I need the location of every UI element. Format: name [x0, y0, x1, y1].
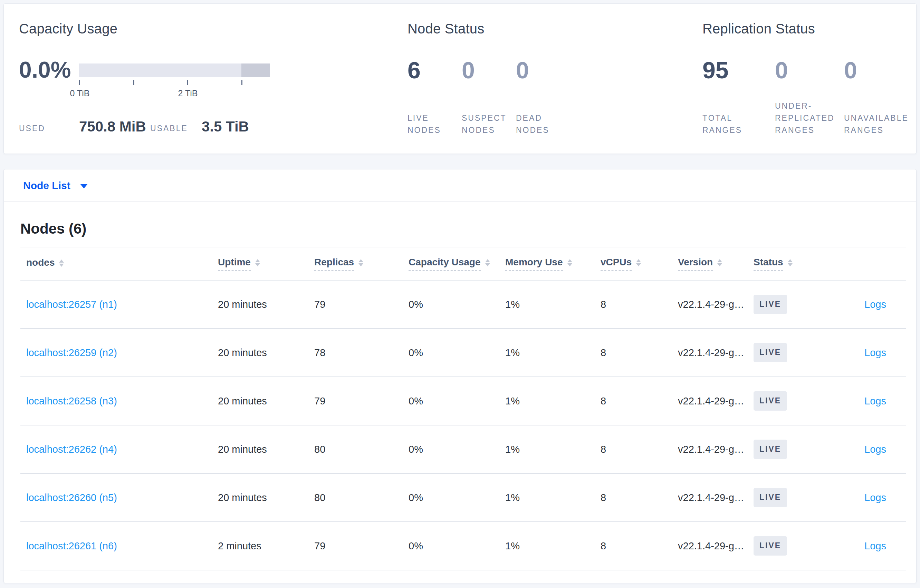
sort-icon — [567, 259, 572, 267]
capacity-cell: 0% — [408, 444, 505, 455]
version-cell: v22.1.4-29-g… — [678, 396, 753, 407]
memory-cell: 1% — [505, 347, 601, 359]
capacity-percent: 0.0% — [19, 58, 71, 81]
uptime-cell: 20 minutes — [218, 347, 314, 359]
node-link[interactable]: localhost:26262 (n4) — [26, 444, 117, 455]
capacity-usage-title: Capacity Usage — [19, 21, 117, 37]
capacity-cell: 0% — [408, 540, 505, 552]
capacity-usage-section: Capacity Usage 0.0% 0 TiB 2 TiB USED 750… — [19, 4, 399, 154]
replicas-cell: 80 — [314, 492, 408, 504]
vcpus-cell: 8 — [601, 492, 678, 504]
sort-icon — [636, 259, 641, 267]
used-value: 750.8 MiB — [79, 118, 146, 135]
live-nodes-count: 6 — [408, 57, 421, 83]
dead-nodes-count: 0 — [516, 57, 529, 83]
table-row: localhost:26258 (n3) 20 minutes 79 0% 1%… — [20, 377, 906, 425]
nodes-section-title: Nodes (6) — [20, 221, 86, 237]
table-row: localhost:26261 (n6) 2 minutes 79 0% 1% … — [20, 522, 906, 570]
version-cell: v22.1.4-29-g… — [678, 299, 753, 310]
col-header-version[interactable]: Version — [678, 257, 753, 271]
col-header-memory-use[interactable]: Memory Use — [505, 257, 601, 271]
total-ranges-label: TOTAL RANGES — [703, 112, 747, 136]
logs-link[interactable]: Logs — [864, 540, 886, 551]
nodes-table: nodes Uptime Replicas Capacity Usage Mem… — [20, 247, 906, 570]
col-header-nodes[interactable]: nodes — [26, 257, 218, 270]
uptime-cell: 20 minutes — [218, 396, 314, 407]
usable-value: 3.5 TiB — [202, 118, 249, 135]
vcpus-cell: 8 — [601, 540, 678, 552]
replicas-cell: 80 — [314, 444, 408, 455]
chevron-down-icon — [80, 184, 88, 188]
capacity-cell: 0% — [408, 299, 505, 310]
capacity-bar-unusable-fill — [241, 63, 270, 77]
unavailable-ranges-count: 0 — [844, 57, 857, 83]
memory-cell: 1% — [505, 299, 601, 310]
vcpus-cell: 8 — [601, 444, 678, 455]
table-row: localhost:26259 (n2) 20 minutes 78 0% 1%… — [20, 329, 906, 377]
logs-link[interactable]: Logs — [864, 347, 886, 358]
under-replicated-ranges-label: UNDER-REPLICATED RANGES — [775, 100, 836, 136]
axis-tick-label: 0 TiB — [64, 88, 95, 99]
table-row: localhost:26262 (n4) 20 minutes 80 0% 1%… — [20, 425, 906, 474]
replicas-cell: 78 — [314, 347, 408, 359]
col-header-capacity-usage[interactable]: Capacity Usage — [408, 257, 505, 271]
total-ranges-count: 95 — [703, 57, 729, 83]
col-header-replicas[interactable]: Replicas — [314, 257, 408, 271]
status-badge: LIVE — [753, 439, 787, 459]
capacity-cell: 0% — [408, 396, 505, 407]
uptime-cell: 20 minutes — [218, 444, 314, 455]
uptime-cell: 20 minutes — [218, 492, 314, 504]
axis-tick — [133, 80, 134, 85]
col-header-status[interactable]: Status — [753, 257, 819, 271]
memory-cell: 1% — [505, 492, 601, 504]
replicas-cell: 79 — [314, 396, 408, 407]
version-cell: v22.1.4-29-g… — [678, 492, 753, 504]
node-status-section: Node Status 6 0 0 LIVE NODES SUSPECT NOD… — [408, 4, 601, 154]
logs-link[interactable]: Logs — [864, 444, 886, 455]
node-link[interactable]: localhost:26261 (n6) — [26, 540, 117, 551]
cluster-summary-card: Capacity Usage 0.0% 0 TiB 2 TiB USED 750… — [3, 3, 917, 154]
logs-link[interactable]: Logs — [864, 299, 886, 310]
unavailable-ranges-label: UNAVAILABLE RANGES — [844, 112, 913, 136]
replication-status-title: Replication Status — [703, 21, 815, 37]
table-header-row: nodes Uptime Replicas Capacity Usage Mem… — [20, 247, 906, 281]
node-list-dropdown[interactable]: Node List — [23, 180, 88, 192]
node-list-header: Node List — [4, 170, 916, 202]
col-header-uptime[interactable]: Uptime — [218, 257, 314, 271]
status-badge: LIVE — [753, 536, 787, 556]
capacity-used-usable: USED 750.8 MiB USABLE 3.5 TiB — [19, 118, 330, 138]
under-replicated-ranges-count: 0 — [775, 57, 788, 83]
node-list-card: Node List Nodes (6) nodes Uptime Replica… — [3, 169, 917, 583]
capacity-cell: 0% — [408, 492, 505, 504]
capacity-bar-track — [79, 63, 270, 77]
status-badge: LIVE — [753, 343, 787, 362]
capacity-bar: 0 TiB 2 TiB — [79, 63, 270, 85]
uptime-cell: 2 minutes — [218, 540, 314, 552]
uptime-cell: 20 minutes — [218, 299, 314, 310]
vcpus-cell: 8 — [601, 299, 678, 310]
axis-tick — [79, 80, 80, 85]
logs-link[interactable]: Logs — [864, 492, 886, 503]
logs-link[interactable]: Logs — [864, 396, 886, 407]
node-link[interactable]: localhost:26260 (n5) — [26, 492, 117, 503]
replicas-cell: 79 — [314, 540, 408, 552]
status-badge: LIVE — [753, 391, 787, 410]
suspect-nodes-label: SUSPECT NODES — [462, 112, 507, 136]
suspect-nodes-count: 0 — [462, 57, 475, 83]
memory-cell: 1% — [505, 540, 601, 552]
version-cell: v22.1.4-29-g… — [678, 444, 753, 455]
version-cell: v22.1.4-29-g… — [678, 540, 753, 552]
table-row: localhost:26257 (n1) 20 minutes 79 0% 1%… — [20, 281, 906, 329]
sort-icon — [255, 259, 260, 267]
sort-icon — [788, 259, 792, 267]
node-link[interactable]: localhost:26258 (n3) — [26, 396, 117, 407]
node-link[interactable]: localhost:26259 (n2) — [26, 347, 117, 358]
sort-icon — [717, 259, 722, 267]
col-header-vcpus[interactable]: vCPUs — [601, 257, 678, 271]
dead-nodes-label: DEAD NODES — [516, 112, 561, 136]
status-badge: LIVE — [753, 488, 787, 507]
axis-tick — [187, 80, 188, 85]
vcpus-cell: 8 — [601, 396, 678, 407]
replication-status-section: Replication Status 95 0 0 TOTAL RANGES U… — [703, 4, 920, 154]
node-link[interactable]: localhost:26257 (n1) — [26, 299, 117, 310]
